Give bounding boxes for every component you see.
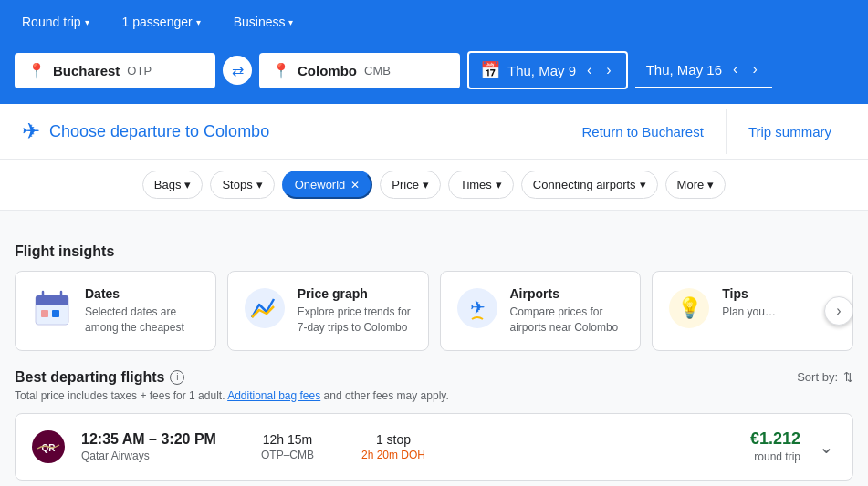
table-row[interactable]: QR 12:35 AM – 3:20 PM Qatar Airways 12h …: [15, 413, 853, 481]
tips-card-title: Tips: [722, 286, 776, 301]
passengers-chevron-icon: ▾: [196, 17, 201, 27]
svg-rect-2: [36, 301, 68, 305]
bag-fees-link[interactable]: Additional bag fees: [227, 389, 320, 402]
insight-tips-card[interactable]: 💡 Tips Plan you…: [652, 271, 853, 351]
step-summary-link[interactable]: Trip summary: [748, 124, 831, 140]
dates-text: Dates Selected dates are among the cheap…: [85, 286, 201, 336]
svg-text:✈: ✈: [469, 297, 485, 317]
depart-date: Thu, May 9: [507, 63, 576, 78]
connecting-airports-filter[interactable]: Connecting airports ▾: [521, 171, 658, 199]
departure-plane-icon: ✈: [22, 119, 40, 144]
trip-type-button[interactable]: Round trip ▾: [15, 11, 97, 33]
step-summary[interactable]: Trip summary: [726, 109, 853, 154]
dates-icon: [30, 286, 74, 330]
swap-button[interactable]: ⇄: [223, 56, 252, 85]
swap-icon: ⇄: [232, 62, 244, 79]
stops-filter[interactable]: Stops ▾: [210, 171, 274, 199]
flight-stops: 1 stop 2h 20m DOH: [348, 432, 439, 461]
flight-insights-section: Flight insights Dates: [15, 243, 853, 351]
destination-code: CMB: [364, 64, 391, 78]
destination-city: Colombo: [298, 63, 357, 78]
price-note: round trip: [750, 450, 800, 463]
trip-type-label: Round trip: [22, 15, 81, 29]
airports-icon: ✈: [455, 286, 499, 330]
price-graph-icon: [243, 286, 287, 330]
info-icon[interactable]: i: [170, 370, 184, 385]
price-graph-text: Price graph Explore price trends for 7-d…: [298, 286, 413, 336]
expand-chevron-icon: ⌄: [819, 437, 834, 457]
route-value: OTP–CMB: [242, 449, 333, 461]
insight-airports-card[interactable]: ✈ Airports Compare prices for airports n…: [440, 271, 642, 351]
sort-icon: ⇅: [843, 370, 853, 384]
bags-filter[interactable]: Bags ▾: [142, 171, 204, 199]
more-chevron-icon: ▾: [707, 178, 714, 191]
cabin-chevron-icon: ▾: [288, 17, 293, 27]
stops-label: Stops: [222, 178, 252, 191]
airports-card-title: Airports: [510, 286, 626, 301]
bags-label: Bags: [154, 178, 182, 191]
oneworld-close-icon[interactable]: ✕: [350, 179, 360, 191]
flight-times: 12:35 AM – 3:20 PM Qatar Airways: [81, 431, 227, 462]
svg-rect-5: [41, 310, 48, 317]
fees-note: Total price includes taxes + fees for 1 …: [15, 389, 853, 402]
origin-pin-icon: 📍: [27, 62, 46, 79]
origin-city: Bucharest: [53, 63, 120, 78]
airline-logo: QR: [30, 429, 67, 465]
svg-text:💡: 💡: [677, 295, 703, 320]
best-departing-section: Best departing flights i Sort by: ⇅ Tota…: [15, 369, 853, 481]
more-label: More: [677, 178, 705, 191]
filter-bar: Bags ▾ Stops ▾ Oneworld ✕ Price ▾ Times …: [0, 160, 868, 211]
connecting-label: Connecting airports: [533, 178, 636, 191]
dates-card-desc: Selected dates are among the cheapest: [85, 305, 201, 336]
cabin-button[interactable]: Business ▾: [226, 11, 301, 33]
insight-dates-card[interactable]: Dates Selected dates are among the cheap…: [15, 271, 216, 351]
price-chevron-icon: ▾: [423, 178, 429, 191]
step-departure: ✈ Choose departure to Colombo: [15, 104, 559, 159]
price-graph-card-title: Price graph: [298, 286, 413, 301]
destination-pin-icon: 📍: [272, 62, 290, 79]
svg-point-7: [245, 288, 285, 328]
dates-card-title: Dates: [85, 286, 201, 301]
depart-prev-button[interactable]: ‹: [583, 60, 595, 80]
return-date-field[interactable]: Thu, May 16 ‹ ›: [635, 52, 772, 88]
insight-price-graph-card[interactable]: Price graph Explore price trends for 7-d…: [227, 271, 429, 351]
step-bar: ✈ Choose departure to Colombo Return to …: [0, 104, 868, 160]
airline-name: Qatar Airways: [81, 450, 227, 462]
price-graph-card-desc: Explore price trends for 7-day trips to …: [298, 305, 413, 336]
price-filter[interactable]: Price ▾: [380, 171, 441, 199]
calendar-icon: 📅: [480, 60, 500, 80]
destination-field[interactable]: 📍 Colombo CMB: [259, 53, 460, 88]
flights-title-row: Best departing flights i: [15, 369, 184, 386]
depart-date-field[interactable]: 📅 Thu, May 9 ‹ ›: [467, 51, 628, 89]
cabin-label: Business: [234, 15, 286, 29]
passengers-button[interactable]: 1 passenger ▾: [115, 11, 208, 33]
svg-rect-6: [52, 310, 59, 317]
step-return[interactable]: Return to Bucharest: [559, 109, 725, 154]
origin-code: OTP: [127, 64, 152, 78]
bags-chevron-icon: ▾: [184, 178, 191, 191]
depart-next-button[interactable]: ›: [602, 60, 614, 80]
oneworld-label: Oneworld: [295, 178, 346, 191]
search-bar: 📍 Bucharest OTP ⇄ 📍 Colombo CMB 📅 Thu, M…: [0, 44, 868, 104]
times-filter[interactable]: Times ▾: [448, 171, 514, 199]
tips-icon: 💡: [667, 286, 711, 330]
main-content: Flight insights Dates: [0, 211, 868, 486]
return-prev-button[interactable]: ‹: [729, 59, 741, 79]
fees-suffix: and other fees may apply.: [324, 389, 449, 402]
passengers-label: 1 passenger: [122, 15, 193, 29]
svg-text:QR: QR: [42, 443, 57, 453]
step-departure-label: Choose departure to Colombo: [49, 122, 269, 141]
return-next-button[interactable]: ›: [748, 59, 760, 79]
insights-next-button[interactable]: ›: [824, 296, 853, 326]
origin-field[interactable]: 📍 Bucharest OTP: [15, 53, 215, 88]
tips-card-desc: Plan you…: [722, 305, 776, 320]
expand-flight-button[interactable]: ⌄: [815, 432, 838, 461]
duration-value: 12h 15m: [242, 432, 333, 447]
sort-label: Sort by:: [797, 370, 838, 384]
time-range: 12:35 AM – 3:20 PM: [81, 431, 227, 448]
top-bar: Round trip ▾ 1 passenger ▾ Business ▾: [0, 0, 868, 44]
oneworld-filter[interactable]: Oneworld ✕: [282, 171, 373, 199]
step-return-link[interactable]: Return to Bucharest: [581, 124, 703, 140]
sort-button[interactable]: Sort by: ⇅: [797, 370, 853, 384]
more-filter[interactable]: More ▾: [665, 171, 727, 199]
